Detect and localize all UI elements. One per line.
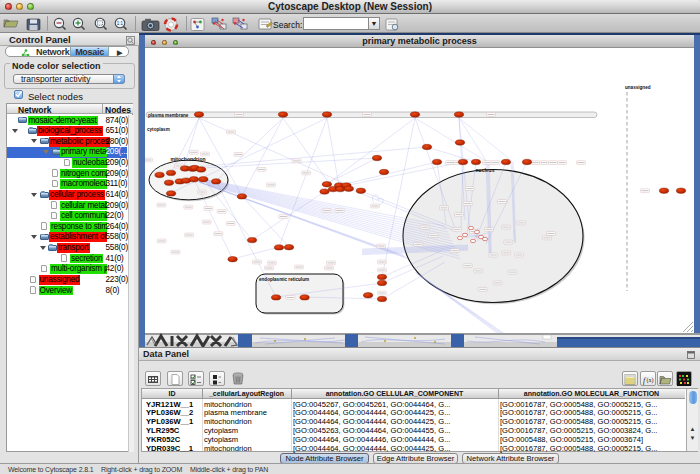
svg-text:mitochondrion: mitochondrion — [171, 156, 206, 162]
svg-text:plasma membrane: plasma membrane — [148, 113, 189, 118]
svg-text:unassigned: unassigned — [625, 85, 651, 90]
svg-text:cytoplasm: cytoplasm — [147, 127, 170, 132]
svg-text:1:1: 1:1 — [117, 21, 124, 26]
svg-text:nucleus: nucleus — [476, 167, 495, 173]
svg-text:(x): (x) — [647, 377, 654, 384]
